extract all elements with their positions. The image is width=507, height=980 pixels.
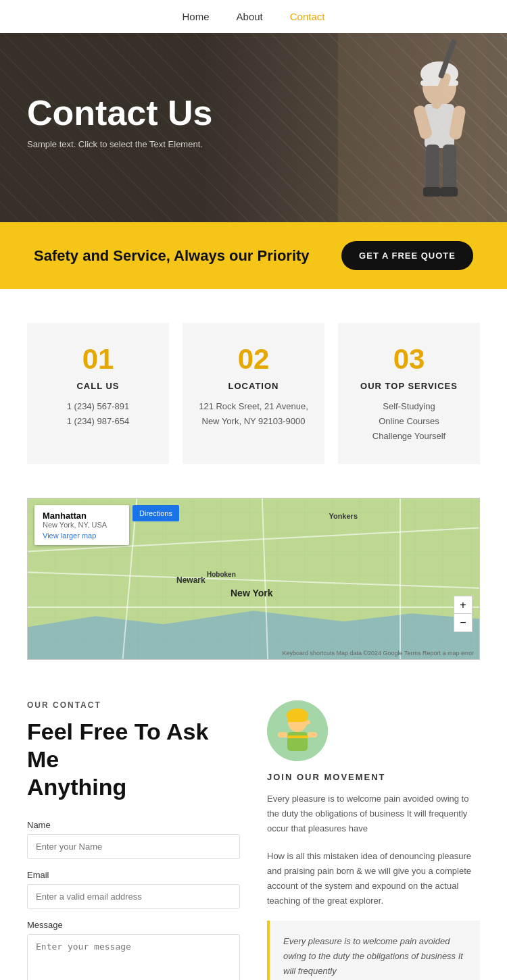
svg-rect-18 — [287, 736, 308, 738]
hero-title: Contact Us — [27, 94, 212, 132]
map-label-hoboken: Hoboken — [207, 571, 236, 578]
map-info-box: Manhattan New York, NY, USA View larger … — [34, 505, 129, 545]
svg-rect-17 — [287, 732, 308, 751]
info-card-call: 01 CALL US 1 (234) 567-891 1 (234) 987-6… — [27, 323, 169, 464]
card-body-1: 1 (234) 567-891 1 (234) 987-654 — [41, 399, 155, 429]
card-body-2: 121 Rock Sreet, 21 Avenue, New York, NY … — [196, 399, 311, 429]
svg-rect-11 — [423, 187, 441, 197]
email-input[interactable] — [27, 884, 240, 909]
promo-banner: Safety and Service, Always our Priority … — [0, 222, 507, 289]
map-label-yonkers: Yonkers — [329, 512, 358, 520]
contact-info-panel: JOIN OUR MOVEMENT Every pleasure is to w… — [267, 700, 480, 980]
email-field-group: Email — [27, 870, 240, 909]
nav-contact[interactable]: Contact — [290, 11, 325, 22]
hero-content: Contact Us Sample text. Click to select … — [27, 94, 212, 149]
info-card-location: 02 LOCATION 121 Rock Sreet, 21 Avenue, N… — [183, 323, 324, 464]
name-input[interactable] — [27, 834, 240, 859]
info-card-services: 03 OUR TOP SERVICES Self-Studying Online… — [338, 323, 480, 464]
card-title-1: CALL US — [41, 381, 155, 391]
nav-home[interactable]: Home — [183, 11, 210, 22]
info-cards-section: 01 CALL US 1 (234) 567-891 1 (234) 987-6… — [0, 323, 507, 464]
card-body-3: Self-Studying Online Courses Challenge Y… — [352, 399, 466, 444]
contact-section: OUR CONTACT Feel Free To Ask Me Anything… — [0, 700, 507, 980]
card-title-2: LOCATION — [196, 381, 311, 391]
svg-rect-19 — [278, 732, 287, 738]
map-road-h3 — [28, 607, 479, 608]
map-location-name: Manhattan — [43, 511, 121, 521]
contact-para-2: How is all this mistaken idea of denounc… — [267, 849, 480, 908]
map-label-newark: Newark — [176, 575, 206, 585]
hero-subtitle: Sample text. Click to select the Text El… — [27, 139, 212, 149]
map-zoom-out[interactable]: − — [454, 614, 472, 631]
email-label: Email — [27, 870, 240, 880]
nav-about[interactable]: About — [237, 11, 263, 22]
message-input[interactable] — [27, 934, 240, 980]
name-field-group: Name — [27, 820, 240, 859]
message-label: Message — [27, 920, 240, 930]
map-view-larger-link[interactable]: View larger map — [43, 532, 121, 540]
map-label-newyork: New York — [231, 588, 273, 598]
map-zoom-controls: + − — [454, 596, 473, 632]
quote-block: Every pleasure is to welcome pain avoide… — [267, 921, 480, 980]
svg-rect-12 — [440, 187, 458, 197]
card-number-3: 03 — [352, 343, 466, 376]
map-directions-button[interactable]: Directions — [132, 505, 179, 521]
our-contact-label: OUR CONTACT — [27, 700, 240, 710]
card-number-1: 01 — [41, 343, 155, 376]
hero-section: Contact Us Sample text. Click to select … — [0, 33, 507, 222]
navigation: Home About Contact — [0, 0, 507, 33]
card-number-2: 02 — [196, 343, 311, 376]
message-field-group: Message — [27, 920, 240, 980]
name-label: Name — [27, 820, 240, 830]
hero-worker-illustration — [338, 33, 487, 222]
svg-rect-10 — [443, 145, 456, 192]
map-zoom-in[interactable]: + — [454, 596, 472, 614]
join-movement-label: JOIN OUR MOVEMENT — [267, 772, 480, 782]
map-section[interactable]: New York Newark Yonkers Hoboken Manhatta… — [27, 498, 480, 660]
map-footer-text: Keyboard shortcuts Map data ©2024 Google… — [282, 650, 474, 656]
svg-rect-20 — [308, 732, 317, 738]
contact-para-1: Every pleasure is to welcome pain avoide… — [267, 792, 480, 836]
contact-form-panel: OUR CONTACT Feel Free To Ask Me Anything… — [27, 700, 240, 980]
svg-rect-0 — [338, 33, 487, 222]
card-title-3: OUR TOP SERVICES — [352, 381, 466, 391]
free-quote-button[interactable]: GET A FREE QUOTE — [341, 241, 473, 270]
worker-avatar — [267, 700, 328, 761]
map-road-v3 — [400, 498, 401, 659]
contact-heading: Feel Free To Ask Me Anything — [27, 718, 240, 800]
svg-rect-9 — [426, 145, 439, 192]
map-location-sub: New York, NY, USA — [43, 521, 121, 529]
banner-text: Safety and Service, Always our Priority — [34, 247, 310, 265]
